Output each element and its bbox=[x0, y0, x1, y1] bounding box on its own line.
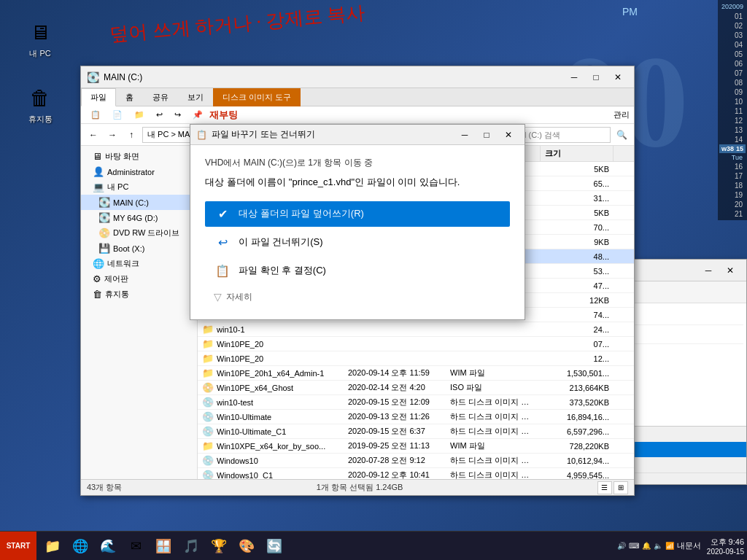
tab-home[interactable]: 홈 bbox=[116, 88, 143, 106]
sidebar-item-mypc[interactable]: 💻 내 PC bbox=[81, 179, 197, 195]
table-row[interactable]: 📁win10-1 24... bbox=[198, 322, 634, 337]
taskbar-tray: 🔊 ⌨ 🔔 🔈 📶 내문서 bbox=[611, 540, 707, 551]
window-controls: ─ □ ✕ bbox=[564, 69, 628, 85]
table-row[interactable]: 📁Win10PE_20 12... bbox=[198, 351, 634, 366]
taskbar-icon-game[interactable]: 🏆 bbox=[206, 533, 232, 559]
skip-option[interactable]: ↩ 이 파일 건너뛰기(S) bbox=[205, 230, 510, 255]
maximize-button[interactable]: □ bbox=[586, 69, 606, 85]
taskbar-icon-store[interactable]: 🪟 bbox=[150, 533, 177, 559]
tab-share[interactable]: 공유 bbox=[143, 88, 178, 106]
input-method[interactable]: 내문서 bbox=[677, 540, 701, 551]
table-row[interactable]: 📁Win10PE_20 07... bbox=[198, 337, 634, 351]
table-row[interactable]: 📁Win10PE_20h1_x64_Admin-1 2020-09-14 오후 … bbox=[198, 366, 634, 381]
table-row[interactable]: 💿Windows10 2020-07-28 오전 9:12 하드 디스크 이미지… bbox=[198, 454, 634, 468]
overwrite-label: 대상 폴더의 파일 덮어쓰기(R) bbox=[239, 207, 364, 220]
cal-day-17[interactable]: 17 bbox=[719, 171, 746, 181]
cal-day-02[interactable]: 02 bbox=[719, 21, 746, 31]
cal-day-05[interactable]: 05 bbox=[719, 50, 746, 59]
cal-day-11[interactable]: 11 bbox=[719, 106, 746, 116]
table-row[interactable]: 💿Win10-Ultimate 2020-09-13 오전 11:26 하드 디… bbox=[198, 410, 634, 424]
sidebar-item-boot-x[interactable]: 💾 Boot (X:) bbox=[81, 241, 197, 256]
cal-day-12[interactable]: 12 bbox=[719, 116, 746, 125]
cal-day-14[interactable]: 14 bbox=[719, 135, 746, 144]
dialog-close[interactable]: ✕ bbox=[498, 127, 519, 143]
cal-day-01[interactable]: 01 bbox=[719, 12, 746, 21]
second-win-close[interactable]: ✕ bbox=[720, 262, 740, 279]
tab-view[interactable]: 보기 bbox=[178, 88, 213, 106]
table-row[interactable]: 💿Win10-Ultimate_C1 2020-09-15 오전 6:37 하드… bbox=[198, 424, 634, 439]
sidebar-item-main-c[interactable]: 💽 MAIN (C:) bbox=[81, 195, 197, 210]
sidebar-item-dvd[interactable]: 📀 DVD RW 드라이브 bbox=[81, 225, 197, 241]
toolbar-pin[interactable]: 📌 bbox=[187, 108, 208, 122]
second-win-minimize[interactable]: ─ bbox=[698, 262, 719, 279]
view-large-button[interactable]: ⊞ bbox=[614, 481, 628, 494]
table-row[interactable]: 💿win10-test 2020-09-15 오전 12:09 하드 디스크 이… bbox=[198, 395, 634, 410]
sidebar-item-desktop[interactable]: 🖥 바탕 화면 bbox=[81, 149, 197, 164]
recycle-label: 휴지통 bbox=[28, 114, 53, 125]
col-size-header[interactable]: 크기 bbox=[541, 146, 614, 161]
desktop-icon-recycle[interactable]: 🗑 휴지통 bbox=[15, 80, 66, 128]
cal-day-15[interactable]: w3815 bbox=[719, 144, 746, 153]
cal-day-13[interactable]: 13 bbox=[719, 125, 746, 135]
taskbar: START 📁 🌐 🌊 ✉ 🪟 🎵 🏆 🎨 🔄 🔊 ⌨ 🔔 🔈 📶 내문서 오후… bbox=[0, 531, 747, 560]
search-button[interactable]: 🔍 bbox=[614, 127, 630, 143]
sidebar-item-control[interactable]: ⚙ 제어판 bbox=[81, 271, 197, 287]
minimize-button[interactable]: ─ bbox=[564, 69, 584, 85]
cal-day-06[interactable]: 06 bbox=[719, 59, 746, 69]
cal-day-08[interactable]: 08 bbox=[719, 78, 746, 88]
view-details-button[interactable]: ☰ bbox=[597, 481, 612, 494]
taskbar-icon-media[interactable]: 🎵 bbox=[178, 533, 204, 559]
desktop-icon-mypc[interactable]: 🖥 내 PC bbox=[15, 15, 66, 62]
taskbar-icon-explorer[interactable]: 📁 bbox=[39, 533, 66, 559]
cal-day-20[interactable]: 20 bbox=[719, 200, 746, 209]
start-button[interactable]: START bbox=[0, 532, 36, 561]
tab-file[interactable]: 파일 bbox=[81, 88, 116, 106]
sidebar-item-my64g[interactable]: 💽 MY 64G (D:) bbox=[81, 210, 197, 225]
toolbar-redo[interactable]: ↪ bbox=[169, 108, 186, 122]
cal-day-10[interactable]: 10 bbox=[719, 97, 746, 106]
toolbar-icon1[interactable]: 📋 bbox=[85, 108, 106, 122]
cal-day-03[interactable]: 03 bbox=[719, 31, 746, 40]
taskbar-icon-transfer[interactable]: 🔄 bbox=[261, 533, 287, 559]
cal-day-09[interactable]: 09 bbox=[719, 88, 746, 97]
taskbar-icon-ie[interactable]: 🌐 bbox=[67, 533, 93, 559]
taskbar-icon-paint[interactable]: 🎨 bbox=[233, 533, 260, 559]
cal-day-19[interactable]: 19 bbox=[719, 190, 746, 200]
dialog-title-icon: 📋 bbox=[196, 130, 207, 140]
toolbar-icon2[interactable]: 📄 bbox=[107, 108, 128, 122]
sidebar-item-trash[interactable]: 🗑 휴지통 bbox=[81, 287, 197, 302]
file-icon: 💿 bbox=[202, 470, 214, 479]
view-toggle: ☰ ⊞ bbox=[597, 481, 628, 494]
close-button[interactable]: ✕ bbox=[608, 69, 628, 85]
overwrite-option[interactable]: ✔ 대상 폴더의 파일 덮어쓰기(R) bbox=[205, 201, 510, 227]
dialog-maximize[interactable]: □ bbox=[476, 127, 497, 143]
admin-sidebar-icon: 👤 bbox=[93, 166, 104, 177]
explorer-title-icon: 💽 bbox=[87, 71, 99, 83]
taskbar-time[interactable]: 오후 9:46 2020-09-15 bbox=[707, 537, 747, 556]
cal-day-16[interactable]: 16 bbox=[719, 162, 746, 171]
cal-day-07[interactable]: 07 bbox=[719, 69, 746, 78]
cal-day-04[interactable]: 04 bbox=[719, 40, 746, 50]
tray-icon-wifi: 🔊 bbox=[617, 542, 626, 550]
toolbar-undo[interactable]: ↩ bbox=[151, 108, 168, 122]
sidebar-item-network[interactable]: 🌐 네트워크 bbox=[81, 256, 197, 271]
decide-option[interactable]: 📋 파일 확인 후 결정(C) bbox=[205, 258, 510, 284]
taskbar-icon-edge[interactable]: 🌊 bbox=[95, 533, 121, 559]
sidebar-item-admin[interactable]: 👤 Administrator bbox=[81, 164, 197, 179]
dialog-details[interactable]: ▽ 자세히 bbox=[205, 287, 510, 308]
decide-label: 파일 확인 후 결정(C) bbox=[239, 264, 326, 277]
cal-day-18[interactable]: 18 bbox=[719, 181, 746, 190]
tab-disk-tools[interactable]: 디스크 이미지 도구 bbox=[213, 88, 301, 106]
table-row[interactable]: 💿Windows10_C1 2020-09-12 오후 10:41 하드 디스크… bbox=[198, 468, 634, 479]
nav-back[interactable]: ← bbox=[85, 127, 101, 143]
nav-up[interactable]: ↑ bbox=[123, 127, 139, 143]
table-row[interactable]: 📀Win10PE_x64_Ghost 2020-02-14 오전 4:20 IS… bbox=[198, 381, 634, 395]
cal-day-21[interactable]: 21 bbox=[719, 209, 746, 219]
dialog-minimize[interactable]: ─ bbox=[454, 127, 475, 143]
start-label: START bbox=[7, 542, 31, 550]
nav-forward[interactable]: → bbox=[104, 127, 120, 143]
taskbar-icon-mail[interactable]: ✉ bbox=[123, 533, 149, 559]
table-row[interactable]: 📁Win10XPE_x64_kor_by_soo... 2019-09-25 오… bbox=[198, 439, 634, 454]
explorer-title: MAIN (C:) bbox=[104, 72, 564, 82]
toolbar-icon3[interactable]: 📁 bbox=[129, 108, 150, 122]
